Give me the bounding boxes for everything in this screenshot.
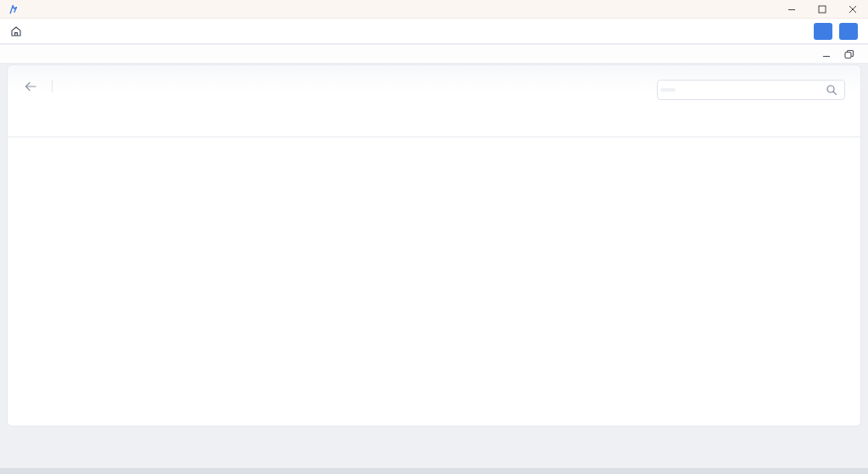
app-logo-icon <box>8 4 18 14</box>
maximize-icon[interactable] <box>807 0 837 18</box>
minimize-icon[interactable] <box>776 0 807 18</box>
search-filter-chip[interactable] <box>660 88 676 92</box>
home-nav[interactable] <box>10 25 26 37</box>
window-controls <box>776 0 868 18</box>
workspace <box>0 64 868 474</box>
data-view-panel <box>7 64 861 427</box>
search-icon[interactable] <box>826 84 837 96</box>
breadcrumb <box>25 81 63 92</box>
title-bar <box>0 0 868 19</box>
nav-bar <box>0 19 868 44</box>
nav-buttons <box>814 23 858 40</box>
upload-sim-record-button[interactable] <box>814 23 832 40</box>
line-chart[interactable] <box>8 187 862 427</box>
pane-restore-icon[interactable] <box>844 49 854 59</box>
tab-separator <box>8 137 860 137</box>
home-icon <box>10 25 22 37</box>
divider <box>52 81 53 92</box>
back-arrow-icon[interactable] <box>25 81 36 92</box>
window-bottom-edge <box>0 468 868 474</box>
inner-window-controls <box>0 45 868 64</box>
close-icon[interactable] <box>837 0 868 18</box>
view-3d-result-button[interactable] <box>839 23 858 40</box>
search-input[interactable] <box>657 80 845 100</box>
pane-minimize-icon[interactable] <box>822 49 832 59</box>
